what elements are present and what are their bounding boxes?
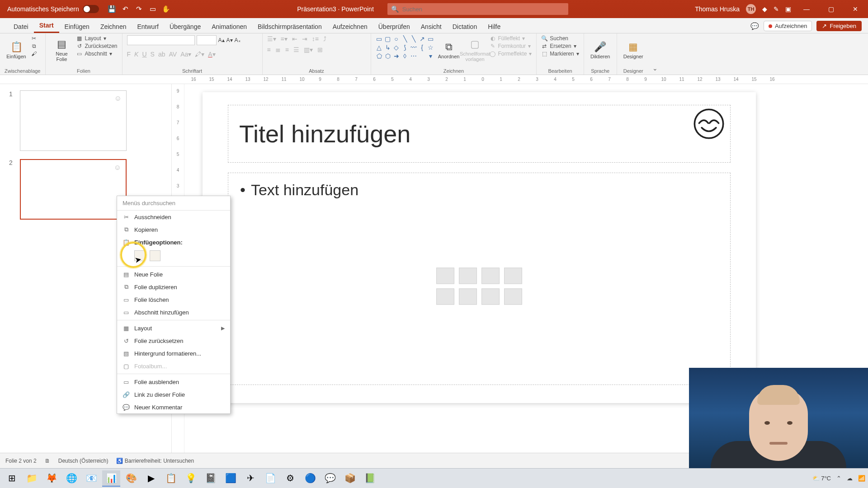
insert-picture-icon[interactable]	[436, 288, 454, 305]
find-button[interactable]: 🔍Suchen	[541, 35, 579, 42]
bullets-icon[interactable]: ☰▾	[267, 35, 276, 42]
diamond-icon[interactable]: ◆	[762, 5, 767, 13]
tray-cloud-icon[interactable]: ☁	[847, 475, 853, 482]
shape-circle-icon[interactable]: ○	[393, 35, 400, 42]
quick-styles-button[interactable]: ▢Schnellformat vorlagen	[463, 35, 487, 65]
tab-ueberpruefen[interactable]: Überprüfen	[373, 20, 415, 33]
app6-icon[interactable]: ⚙	[281, 470, 299, 487]
ctx-layout[interactable]: ▦Layout▶	[117, 322, 230, 334]
highlight-button[interactable]: 🖍▾	[195, 51, 204, 58]
onenote-icon[interactable]: 📓	[202, 470, 220, 487]
underline-button[interactable]: U	[142, 51, 146, 58]
shapes-expand-icon[interactable]: ▾	[427, 52, 434, 60]
shape-tri-icon[interactable]: △	[376, 44, 383, 51]
indent-dec-icon[interactable]: ⇤	[292, 35, 297, 42]
comments-icon[interactable]: 💬	[750, 22, 759, 30]
close-button[interactable]: ✕	[846, 0, 864, 18]
font-size-select[interactable]	[197, 35, 217, 45]
indent-inc-icon[interactable]: ⇥	[302, 35, 307, 42]
ctx-duplicate[interactable]: ⧉Folie duplizieren	[117, 281, 230, 293]
tab-dictation[interactable]: Dictation	[447, 20, 482, 33]
app4-icon[interactable]: 🟦	[222, 470, 240, 487]
ctx-add-section[interactable]: ▭Abschnitt hinzufügen	[117, 306, 230, 319]
shape-fill-button[interactable]: ◐Fülleffekt ▾	[490, 35, 532, 42]
start-show-icon[interactable]: ▭	[149, 5, 157, 13]
save-icon[interactable]: 💾	[108, 5, 116, 13]
context-menu[interactable]: Menüs durchsuchen ✂Ausschneiden ⧉Kopiere…	[117, 196, 231, 414]
content-placeholder-icons[interactable]	[436, 267, 522, 305]
tab-entwurf[interactable]: Entwurf	[132, 20, 164, 33]
shape-curve-icon[interactable]: ⟆	[401, 44, 409, 51]
shape-line2-icon[interactable]: ╲	[410, 35, 417, 42]
minimize-button[interactable]: —	[797, 0, 816, 18]
autosave-toggle[interactable]: Automatisches Speichern	[7, 5, 99, 13]
italic-button[interactable]: K	[134, 51, 138, 58]
shape-conn-icon[interactable]: ↳	[384, 44, 392, 51]
ctx-comment[interactable]: 💬Neuer Kommentar	[117, 401, 230, 413]
tab-start[interactable]: Start	[34, 19, 59, 33]
shape-more-icon[interactable]: ⋯	[410, 52, 417, 60]
pen-icon[interactable]: ✎	[774, 5, 779, 13]
arrange-button[interactable]: ⧉Anordnen	[437, 35, 461, 65]
app2-icon[interactable]: 📋	[162, 470, 180, 487]
shape-rect-icon[interactable]: ▭	[376, 35, 383, 42]
shape-outline-button[interactable]: ✎Formkontur ▾	[490, 43, 532, 49]
tab-zeichnen[interactable]: Zeichnen	[95, 20, 132, 33]
thumbnail-preview[interactable]: ☺	[20, 159, 127, 220]
insert-smartart-icon[interactable]	[481, 267, 500, 284]
tab-einfuegen[interactable]: Einfügen	[59, 20, 95, 33]
insert-online-pic-icon[interactable]	[459, 288, 477, 305]
replace-button[interactable]: ⇄Ersetzen ▾	[541, 43, 579, 49]
font-color-button[interactable]: A▾	[208, 51, 215, 58]
windows-taskbar[interactable]: ⊞ 📁 🦊 🌐 📧 📊 🎨 ▶ 📋 💡 📓 🟦 ✈ 📄 ⚙ 🔵 💬 📦 📗 ⛅ …	[0, 468, 868, 488]
paste-button[interactable]: 📋Einfügen	[5, 35, 28, 65]
collapse-ribbon-button[interactable]: ⌄	[650, 33, 660, 75]
justify-icon[interactable]: ☰	[293, 46, 299, 53]
language-indicator[interactable]: Deutsch (Österreich)	[58, 458, 108, 464]
tab-datei[interactable]: Datei	[8, 20, 34, 33]
ctx-hide[interactable]: ▭Folie ausblenden	[117, 375, 230, 388]
format-painter-button[interactable]: 🖌	[31, 51, 37, 57]
align-right-icon[interactable]: ≡	[285, 46, 289, 53]
spacing-button[interactable]: AV	[169, 51, 177, 58]
app3-icon[interactable]: 💡	[182, 470, 200, 487]
shape-star-icon[interactable]: ☆	[427, 44, 434, 51]
user-avatar[interactable]: TH	[746, 4, 756, 14]
title-placeholder[interactable]: Titel hinzufügen	[228, 105, 731, 163]
tab-bildschirm[interactable]: Bildschirmpräsentation	[252, 20, 327, 33]
powerpoint-icon[interactable]: 📊	[102, 470, 120, 487]
thumbnail-preview[interactable]: ☺	[20, 90, 127, 151]
shape-callout-icon[interactable]: ◊	[401, 52, 409, 60]
tab-hilfe[interactable]: Hilfe	[482, 20, 506, 33]
shadow-button[interactable]: ab	[158, 51, 165, 58]
search-input[interactable]	[402, 6, 565, 13]
font-family-select[interactable]	[127, 35, 195, 45]
shape-pentagon-icon[interactable]: ⬠	[376, 52, 383, 60]
slide-counter[interactable]: Folie 2 von 2	[5, 458, 37, 464]
strike-button[interactable]: S	[151, 51, 155, 58]
spellcheck-icon[interactable]: 🗎	[45, 458, 50, 464]
shapes-gallery[interactable]: ▭▢○╲╲↗▭ △↳◇⟆〰{☆ ⬠⬡➜◊⋯▾	[376, 35, 434, 60]
tab-uebergaenge[interactable]: Übergänge	[164, 20, 206, 33]
designer-button[interactable]: ▦Designer	[622, 35, 645, 65]
outlook-icon[interactable]: 📧	[82, 470, 100, 487]
explorer-icon[interactable]: 📁	[23, 470, 41, 487]
columns-icon[interactable]: ▥▾	[304, 46, 313, 53]
touch-mode-icon[interactable]: ✋	[162, 5, 170, 13]
shape-text-icon[interactable]: ▢	[384, 35, 392, 42]
toggle-switch-icon[interactable]	[83, 5, 99, 13]
clear-format-icon[interactable]: Aₓ	[235, 37, 241, 43]
ctx-reset[interactable]: ↺Folie zurücksetzen	[117, 334, 230, 347]
app5-icon[interactable]: 📄	[261, 470, 279, 487]
thumbnail-1[interactable]: 1 ☺	[9, 90, 171, 151]
shape-rect2-icon[interactable]: ▭	[427, 35, 434, 42]
ctx-copy[interactable]: ⧉Kopieren	[117, 223, 230, 236]
user-name[interactable]: Thomas Hruska	[695, 5, 740, 13]
window-icon[interactable]: ▣	[785, 5, 791, 13]
tray-chevron-icon[interactable]: ⌃	[836, 475, 841, 482]
shape-arrow-icon[interactable]: ↗	[419, 35, 426, 42]
line-spacing-icon[interactable]: ↕≡	[312, 35, 319, 42]
app-icon[interactable]: 🎨	[122, 470, 140, 487]
context-menu-search[interactable]: Menüs durchsuchen	[117, 196, 230, 211]
slide[interactable]: Titel hinzufügen •Text hinzufügen	[203, 92, 756, 403]
